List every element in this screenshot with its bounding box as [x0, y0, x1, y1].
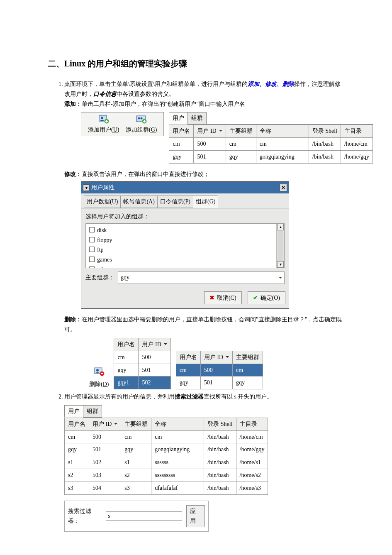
apply-button[interactable]: 应用 [186, 505, 205, 528]
delete-user-icon [89, 367, 109, 380]
dialog-title: 用户属性 [91, 183, 280, 193]
col-shell[interactable]: 登录 Shell [309, 125, 341, 138]
cell: /home/s2 [236, 469, 268, 482]
dialog-titlebar[interactable]: ▾ 用户属性 ✕ [81, 182, 289, 193]
add-group-icon [136, 114, 147, 124]
tab-groups[interactable]: 组群(G) [193, 196, 218, 208]
col-uid[interactable]: 用户 ID [194, 125, 226, 138]
col-uid[interactable]: 用户 ID [89, 418, 121, 430]
list-item[interactable]: floppy [89, 235, 273, 245]
table-row[interactable]: s2503s2sssssssss/bin/bash/home/s2 [65, 469, 268, 482]
tab-users[interactable]: 用户 [169, 112, 188, 125]
checkbox[interactable] [89, 247, 95, 252]
word-add: 添加 [248, 81, 259, 87]
table-row[interactable]: gqy501gqygongqiangying/bin/bash/home/gqy [65, 443, 268, 456]
col-pgrp[interactable]: 主要组群 [233, 351, 263, 364]
delete-button[interactable]: 删除(D) [89, 367, 109, 390]
search-filter: 搜索过滤器： 应用 [64, 501, 209, 532]
cell: /bin/bash [204, 443, 236, 456]
scroll-track[interactable] [278, 230, 283, 261]
mod-label: 修改： [64, 171, 82, 177]
col-name[interactable]: 用户名 [114, 338, 139, 351]
cell: gqy [176, 377, 200, 389]
del-label: 删除： [64, 316, 82, 323]
ok-button[interactable]: ✔确定(O) [248, 291, 285, 305]
table-row[interactable]: cm500 [114, 351, 170, 364]
tab-account[interactable]: 帐号信息(A) [120, 196, 157, 208]
cell: 502 [139, 377, 170, 389]
col-name[interactable]: 用户名 [176, 351, 200, 364]
dialog-menu-icon[interactable]: ▾ [83, 184, 90, 191]
svg-point-4 [138, 117, 140, 120]
cell: s1 [121, 456, 151, 469]
col-name[interactable]: 用户名 [65, 418, 89, 430]
table-row[interactable]: cm500cm [176, 364, 263, 377]
tab-groups[interactable]: 组群 [83, 405, 102, 418]
filter-input[interactable] [106, 511, 182, 521]
tab-userdata[interactable]: 用户数据(U) [84, 196, 121, 208]
mod-text: 直接双击该用户，在弹出的窗口中直接进行修改； [82, 171, 209, 177]
table-row[interactable]: gqy501gqy [176, 377, 263, 389]
col-uid[interactable]: 用户 ID [200, 351, 232, 364]
col-full[interactable]: 全称 [256, 125, 309, 138]
cell: /bin/bash [204, 456, 236, 469]
col-full[interactable]: 全称 [151, 418, 204, 430]
step2-text-c: 查找所有以 s 开头的用户。 [204, 394, 273, 400]
table-row[interactable]: cm500cmcm/bin/bash/home/cm [65, 430, 268, 443]
col-shell[interactable]: 登录 Shell [204, 418, 236, 430]
cell: /bin/bash [309, 150, 341, 163]
table-row[interactable]: gqy 501 gqy gongqiangying /bin/bash /hom… [169, 150, 373, 163]
cell: /home/cm [341, 137, 373, 150]
cell: 500 [89, 430, 121, 443]
table-row[interactable]: s1502s1ssssss/bin/bash/home/s1 [65, 456, 268, 469]
tab-groups[interactable]: 组群 [187, 112, 207, 125]
close-icon[interactable]: ✕ [280, 184, 287, 191]
step2-text-b: 搜索过滤器 [175, 394, 204, 400]
cell: cm [176, 364, 200, 377]
step1-text-d: 中各设置参数的含义。 [117, 91, 175, 97]
list-item[interactable]: disk [89, 225, 273, 235]
tab-password[interactable]: 口令信息(P) [157, 196, 193, 208]
list-item[interactable]: games [89, 255, 273, 265]
table-row[interactable]: s3504s3dfafafafaf/bin/bash/home/s3 [65, 482, 268, 494]
delete-label: 删除( [89, 381, 103, 387]
svg-point-1 [101, 117, 103, 119]
add-user-button[interactable]: 添加用户(U) [88, 114, 119, 135]
checkbox[interactable] [89, 227, 95, 232]
col-home[interactable]: 主目录 [236, 418, 268, 430]
table-row[interactable]: gqy501 [114, 364, 170, 377]
after-u: ) [117, 127, 119, 133]
after-u: ) [155, 127, 157, 133]
add-group-button[interactable]: 添加组群(G) [126, 114, 157, 135]
table-row[interactable]: gqy1502 [114, 377, 170, 389]
cancel-button[interactable]: ✖取消(C) [204, 291, 242, 305]
add-text: 单击工具栏-添加用户，在弹出的"创建新用户"窗口中输入用户名 [82, 101, 245, 107]
cancel-label: 取消(C) [217, 293, 236, 303]
checkbox[interactable] [89, 237, 95, 242]
col-pgrp[interactable]: 主要组群 [226, 125, 256, 138]
cell: gqy [226, 150, 256, 163]
list-item[interactable]: ftp [89, 245, 273, 255]
checkbox[interactable] [89, 257, 95, 262]
col-home[interactable]: 主目录 [341, 125, 373, 138]
svg-point-8 [96, 369, 99, 372]
cell: s3 [121, 482, 151, 494]
cell: 500 [194, 137, 226, 150]
tab-users[interactable]: 用户 [64, 405, 83, 418]
scroll-up-icon[interactable]: ▴ [277, 224, 284, 230]
cell: cm [121, 430, 151, 443]
cell: /home/cm [236, 430, 268, 443]
checkbox[interactable] [89, 266, 95, 268]
col-pgrp[interactable]: 主要组群 [121, 418, 151, 430]
scrollbar[interactable]: ▴ ▾ [276, 224, 284, 268]
list-item[interactable]: gdm [89, 265, 273, 268]
scroll-down-icon[interactable]: ▾ [277, 261, 284, 268]
cancel-icon: ✖ [209, 293, 214, 303]
main-group-select[interactable]: gqy [118, 271, 285, 284]
col-uid[interactable]: 用户 ID [139, 338, 170, 351]
del-text: 在用户管理器里面选中需要删除的用户，直接单击删除按钮，会询问"直接删除主目录？"… [64, 316, 342, 333]
list-item-label: gdm [97, 266, 107, 268]
col-name[interactable]: 用户名 [169, 125, 194, 138]
table-row[interactable]: cm 500 cm cm /bin/bash /home/cm [169, 137, 373, 150]
svg-point-5 [140, 117, 142, 120]
